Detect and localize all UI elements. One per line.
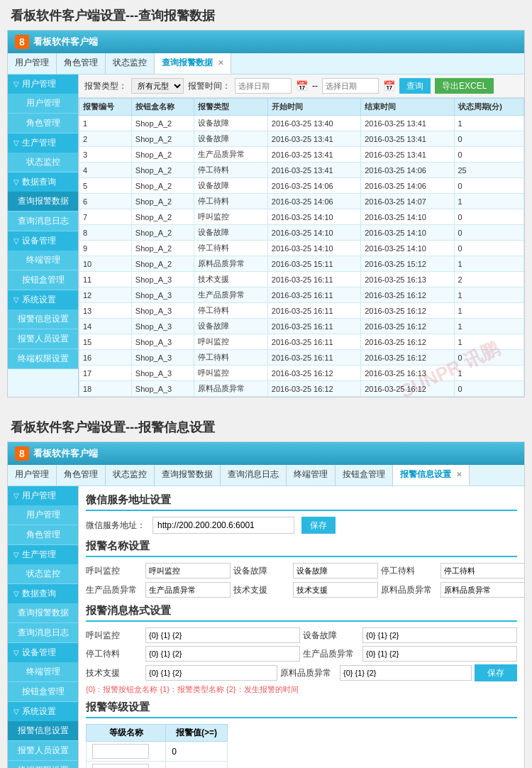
table-cell: Shop_A_3 [131,366,194,381]
table-row: 15Shop_A_3呼叫监控2016-03-25 16:112016-03-25… [79,334,524,350]
sidebar-section-data[interactable]: ▽数据查询 [8,172,78,192]
arrow-icon-3: ▽ [13,178,19,186]
level-name-input[interactable] [92,744,149,759]
format-input-1[interactable] [145,627,300,643]
table-cell: 2016-03-25 15:11 [267,256,360,272]
table-cell: 1 [454,319,524,334]
sidebar-item-user-mgmt[interactable]: 用户管理 [8,94,78,114]
app-header-2: 8 看板软件客户端 [8,442,524,465]
table-cell: 2016-03-25 16:12 [267,366,360,381]
alarm-name-input-3[interactable] [440,563,524,578]
alarm-name-section-title: 报警名称设置 [86,539,517,557]
format-input-2[interactable] [362,627,517,643]
filter-end-date[interactable] [322,78,379,94]
sidebar2-section-prod[interactable]: ▽生产管理 [8,545,78,564]
tab-status-monitor[interactable]: 状态监控 [106,53,155,74]
table-cell: 设备故障 [194,225,267,241]
sidebar2-item-terminal-auth[interactable]: 终端权限设置 [8,761,78,768]
sidebar-item-role-mgmt[interactable]: 角色管理 [8,114,78,133]
sidebar2-item-button-box[interactable]: 按钮盒管理 [8,682,78,702]
filter-type-select[interactable]: 所有元型 呼叫监控 设备故障 [131,78,184,94]
arrow-icon-5: ▽ [13,296,19,304]
format-label-2: 设备故障 [303,630,360,642]
alarm-name-input-5[interactable] [293,582,378,598]
sidebar-section-user[interactable]: ▽用户管理 [8,75,78,94]
format-input-6[interactable] [340,665,472,681]
table-row: 13Shop_A_3停工待料2016-03-25 16:112016-03-25… [79,303,524,319]
format-grid-row3: 技术支援 原料品质异常 保存 [86,664,517,681]
table-cell: 2016-03-25 16:12 [361,319,454,334]
filter-start-date[interactable] [235,78,292,94]
table-container: 报警编号 按钮盒名称 报警类型 开始时间 结束时间 状态周期(分) 1Shop_… [79,98,524,397]
sidebar2-item-msg-log[interactable]: 查询消息日志 [8,623,78,643]
alarm-name-input-4[interactable] [145,582,231,598]
alarm-name-input-1[interactable] [145,563,231,578]
sidebar2-item-status[interactable]: 状态监控 [8,564,78,584]
alarm-name-label-3: 停工待料 [381,565,438,577]
table-cell: Shop_A_3 [131,303,194,319]
sidebar2-section-user[interactable]: ▽用户管理 [8,486,78,505]
sidebar2-item-role[interactable]: 角色管理 [8,525,78,545]
tab2-terminal[interactable]: 终端管理 [287,465,336,486]
tab-user-mgmt[interactable]: 用户管理 [8,53,57,74]
sidebar2-section-system[interactable]: ▽系统设置 [8,702,78,721]
table-cell: 2016-03-25 13:40 [267,116,360,131]
format-save-button[interactable]: 保存 [475,664,517,681]
sidebar-item-button-mgmt[interactable]: 按钮盒管理 [8,270,78,290]
tab2-msg-log[interactable]: 查询消息日志 [221,465,287,486]
table-row: 9Shop_A_2停工待料2016-03-25 14:102016-03-25 … [79,241,524,256]
search-button[interactable]: 查询 [399,78,431,94]
tab-close-icon[interactable]: ✕ [218,59,223,67]
sidebar2-section-device[interactable]: ▽设备管理 [8,643,78,662]
table-cell: 6 [79,194,132,209]
tab2-close-icon[interactable]: ✕ [456,471,462,478]
sidebar-section-device[interactable]: ▽设备管理 [8,231,78,251]
sidebar2-item-alarm-info[interactable]: 报警信息设置 [8,721,78,741]
wechat-url-input[interactable] [153,517,294,534]
main-content-2: 微信服务地址设置 微信服务地址： 保存 报警名称设置 呼叫监控 设备故障 停工待… [79,486,524,768]
tab2-button-box[interactable]: 按钮盒管理 [336,465,393,486]
tab2-alarm-info[interactable]: 报警信息设置 ✕ [393,465,470,486]
sidebar-item-alarm-person[interactable]: 报警人员设置 [8,329,78,349]
sidebar-section-system[interactable]: ▽系统设置 [8,290,78,309]
table-cell: 0 [454,381,524,397]
format-input-3[interactable] [145,646,300,662]
sidebar-item-terminal-mgmt[interactable]: 终端管理 [8,251,78,270]
table-cell: 2016-03-25 16:12 [267,381,360,397]
format-input-4[interactable] [362,646,517,662]
export-excel-button[interactable]: 导出EXCEL [435,78,494,94]
table-cell: 原料品质异常 [194,381,267,397]
wechat-save-button[interactable]: 保存 [301,517,336,534]
sidebar2-item-terminal[interactable]: 终端管理 [8,662,78,682]
table-cell: 0 [454,178,524,194]
sidebar-item-terminal-auth[interactable]: 终端权限设置 [8,349,78,369]
tab-alarm-query[interactable]: 查询报警数据 ✕ [155,53,231,74]
sidebar2-item-user[interactable]: 用户管理 [8,505,78,525]
table-cell: Shop_A_3 [131,272,194,287]
sidebar-item-alarm-info[interactable]: 报警信息设置 [8,309,78,329]
cal-icon-2: 📅 [383,80,395,92]
sidebar-2: ▽用户管理 用户管理 角色管理 ▽生产管理 状态监控 ▽数据查询 查询报警数据 … [8,486,79,768]
tab2-user[interactable]: 用户管理 [8,465,57,486]
alarm-name-input-2[interactable] [293,563,378,578]
tab2-status[interactable]: 状态监控 [106,465,155,486]
sidebar2-item-alarm-person[interactable]: 报警人员设置 [8,741,78,761]
sidebar-item-alarm-query[interactable]: 查询报警数据 [8,192,78,212]
tab-role-mgmt[interactable]: 角色管理 [57,53,106,74]
tab2-alarm-query[interactable]: 查询报警数据 [155,465,221,486]
table-cell: 2016-03-25 16:13 [361,366,454,381]
sidebar2-item-alarm-query[interactable]: 查询报警数据 [8,603,78,623]
sidebar-item-status-monitor[interactable]: 状态监控 [8,153,78,172]
table-cell: 技术支援 [194,272,267,287]
format-input-5[interactable] [145,665,277,681]
tab2-role[interactable]: 角色管理 [57,465,106,486]
alarm-name-input-6[interactable] [440,582,524,598]
table-row: 8Shop_A_2设备故障2016-03-25 14:102016-03-25 … [79,225,524,241]
arrow2-icon-3: ▽ [13,590,19,598]
sidebar-section-production[interactable]: ▽生产管理 [8,133,78,153]
app-body-1: ▽用户管理 用户管理 角色管理 ▽生产管理 状态监控 ▽数据查询 查询报警数据 … [8,75,524,397]
sidebar2-section-data[interactable]: ▽数据查询 [8,584,78,603]
sidebar-item-msg-log[interactable]: 查询消息日志 [8,212,78,231]
level-name-input[interactable] [92,764,149,768]
col-header-name: 按钮盒名称 [131,99,194,116]
